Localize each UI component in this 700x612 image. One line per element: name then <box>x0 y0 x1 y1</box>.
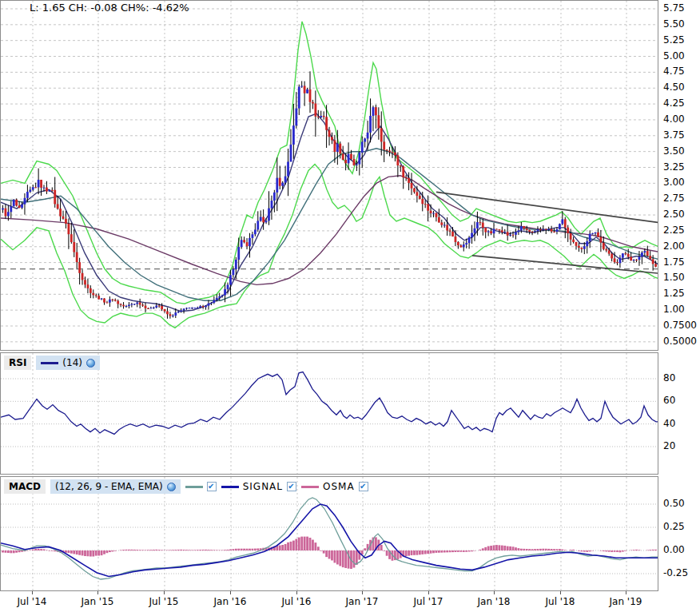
candle-body <box>57 204 59 209</box>
osma-bar <box>432 550 435 553</box>
candle-body <box>476 222 479 229</box>
osma-bar <box>185 550 188 550</box>
osma-bar <box>82 550 84 555</box>
time-axis: Jul '14Jan '15Jul '15Jan '16Jul '16Jan '… <box>0 591 657 612</box>
osma-bar <box>67 550 70 553</box>
osma-bar <box>380 545 383 550</box>
candle-body <box>62 217 65 219</box>
candle-body <box>424 204 427 205</box>
x-axis-tick <box>626 591 626 594</box>
macd-line-checkbox[interactable]: ✔ <box>207 482 217 491</box>
candle-body <box>76 252 78 263</box>
osma-bar <box>424 550 427 554</box>
osma-bar <box>284 544 287 550</box>
candle-body <box>153 308 155 308</box>
y-axis-label: 5.25 <box>663 34 685 46</box>
osma-bar <box>512 546 515 550</box>
price-chart-panel[interactable]: L: 1.65 CH: -0.08 CH%: -4.62% <box>0 0 658 351</box>
candle-body <box>408 178 410 183</box>
candle-body <box>336 144 339 152</box>
osma-bar <box>614 550 616 552</box>
osma-bar <box>553 549 555 550</box>
candle-body <box>292 125 295 145</box>
osma-bar <box>570 550 572 550</box>
osma-bar <box>128 550 130 550</box>
osma-bar <box>73 550 75 554</box>
osma-bar <box>304 537 306 550</box>
candle-body <box>210 303 213 304</box>
candle-body <box>356 165 358 165</box>
candle-body <box>145 306 147 308</box>
osma-bar <box>572 550 575 550</box>
osma-bar <box>92 550 94 557</box>
candle-body <box>342 153 344 160</box>
osma-bar <box>7 550 10 553</box>
rsi-settings-icon[interactable] <box>86 359 95 368</box>
candle-body <box>172 316 174 316</box>
signal-label: SIGNAL <box>243 481 283 492</box>
candle-body <box>515 232 517 234</box>
osma-bar <box>495 545 498 550</box>
osma-bar <box>344 550 347 568</box>
osma-bar <box>537 549 539 550</box>
osma-bar <box>292 541 295 550</box>
candle-body <box>503 232 506 232</box>
candle-body <box>411 183 413 189</box>
macd-settings-icon[interactable] <box>167 483 176 491</box>
x-axis-tick <box>494 591 495 594</box>
candle-body <box>487 231 490 232</box>
candle-body <box>553 232 555 232</box>
x-axis-label: Jul '14 <box>18 596 47 607</box>
osma-legend: OSMA ✔ <box>301 481 368 492</box>
osma-bar <box>436 550 438 553</box>
candle-body <box>87 284 89 288</box>
osma-bar <box>578 550 580 551</box>
rsi-chart-svg[interactable] <box>1 353 658 474</box>
osma-bar <box>235 549 237 550</box>
x-axis-tick <box>362 591 363 594</box>
osma-bar <box>545 549 547 550</box>
osma-bar <box>542 549 544 550</box>
price-chart-svg[interactable] <box>1 1 658 350</box>
osma-bar <box>172 550 174 550</box>
osma-bar <box>600 550 603 551</box>
quote-info: L: 1.65 CH: -0.08 CH%: -4.62% <box>30 2 189 14</box>
osma-bar <box>40 549 42 550</box>
osma-bar <box>5 550 7 553</box>
osma-bar <box>43 549 46 550</box>
macd-panel[interactable]: MACD (12, 26, 9 - EMA, EMA) ✔ SIGNAL ✔ O… <box>0 476 658 591</box>
osma-bar <box>325 550 328 557</box>
osma-bar <box>652 550 654 550</box>
osma-bar <box>46 550 48 550</box>
osma-bar <box>246 549 249 550</box>
osma-bar <box>103 550 105 554</box>
x-axis-label: Jan '17 <box>346 596 379 607</box>
osma-bar <box>654 550 657 550</box>
macd-chart-svg[interactable] <box>1 477 658 590</box>
candle-body <box>353 159 356 165</box>
osma-bar <box>243 549 245 550</box>
osma-bar <box>408 550 410 556</box>
y-axis-label: 0.25 <box>663 521 685 532</box>
osma-bar <box>281 545 284 550</box>
osma-bar <box>317 546 320 550</box>
osma-bar <box>440 550 443 553</box>
x-axis-label: Jul '16 <box>282 596 312 607</box>
osma-bar <box>507 546 509 550</box>
candle-body <box>339 144 341 154</box>
osma-checkbox[interactable]: ✔ <box>359 482 368 491</box>
candle-body <box>413 189 416 193</box>
y-axis-label: 2.00 <box>663 240 685 252</box>
candle-body <box>438 217 440 223</box>
macd-settings[interactable]: (12, 26, 9 - EMA, EMA) <box>50 479 181 494</box>
candle-body <box>377 115 380 128</box>
candle-body <box>227 284 229 288</box>
candle-body <box>333 140 336 152</box>
rsi-legend[interactable]: (14) <box>36 356 100 370</box>
osma-bar <box>232 549 234 550</box>
candle-body <box>197 308 199 308</box>
osma-bar <box>111 550 113 551</box>
rsi-panel[interactable]: RSI (14) <box>0 352 658 475</box>
candle-body <box>633 260 635 260</box>
signal-checkbox[interactable]: ✔ <box>287 482 296 491</box>
